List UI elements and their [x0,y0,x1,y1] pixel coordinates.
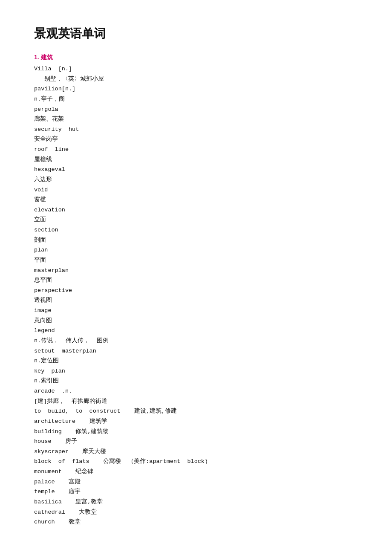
section-1: 1. 建筑 Villa [n.] 别墅，〈英〉城郊小屋pavilion[n.]n… [34,54,358,527]
vocab-line: 总平面 [34,275,358,286]
vocab-line: 透视图 [34,295,358,306]
vocab-line: skyscraper 摩天大楼 [34,447,358,457]
vocab-line: 别墅，〈英〉城郊小屋 [34,74,358,84]
vocab-line: architecture 建筑学 [34,416,358,427]
vocab-line: roof line [34,145,358,155]
vocab-line: 平面 [34,255,358,266]
vocab-line: perspective [34,286,358,296]
vocab-line: masterplan [34,266,358,276]
vocab-line: basilica 皇宫,教堂 [34,497,358,507]
vocab-line: n.亭子，阁 [34,94,358,104]
vocab-line: 廊架、花架 [34,114,358,124]
vocab-line: to build, to construct 建设,建筑,修建 [34,406,358,416]
vocab-line: arcade .n. [34,386,358,396]
vocab-line: church 教堂 [34,517,358,527]
vocab-line: setout masterplan [34,346,358,356]
vocab-line: n.索引图 [34,376,358,386]
section-1-heading: 1. 建筑 [34,54,358,61]
vocab-line: 六边形 [34,175,358,185]
vocab-line: palace 宫殿 [34,477,358,487]
vocab-line: image [34,306,358,316]
vocab-line: house 房子 [34,436,358,447]
vocab-line: key plan [34,366,358,376]
vocab-line: monument 纪念碑 [34,467,358,477]
vocab-line: temple 庙宇 [34,487,358,497]
vocab-line: 屋檐线 [34,155,358,165]
vocab-line: Villa [n.] [34,64,358,74]
vocab-line: block of flats 公寓楼 （美作:apartment block) [34,457,358,467]
vocab-line: building 修筑,建筑物 [34,427,358,437]
vocab-line: elevation [34,205,358,215]
vocab-line: 窗槛 [34,195,358,205]
vocab-line: section [34,225,358,235]
vocab-line: legend [34,326,358,336]
vocab-line: cathedral 大教堂 [34,507,358,517]
vocab-line: security hut [34,124,358,135]
page-title: 景观英语单词 [34,26,358,42]
vocab-list: Villa [n.] 别墅，〈英〉城郊小屋pavilion[n.]n.亭子，阁p… [34,64,358,527]
vocab-line: 安全岗亭 [34,134,358,145]
vocab-line: plan [34,245,358,255]
vocab-line: pergola [34,104,358,115]
vocab-line: n.定位图 [34,356,358,366]
vocab-line: hexageval [34,165,358,175]
vocab-line: pavilion[n.] [34,84,358,94]
vocab-line: [建]拱廊， 有拱廊的街道 [34,396,358,407]
vocab-line: void [34,185,358,195]
vocab-line: 立面 [34,215,358,225]
vocab-line: n.传说， 伟人传， 图例 [34,336,358,346]
vocab-line: 意向图 [34,316,358,326]
vocab-line: 剖面 [34,235,358,246]
